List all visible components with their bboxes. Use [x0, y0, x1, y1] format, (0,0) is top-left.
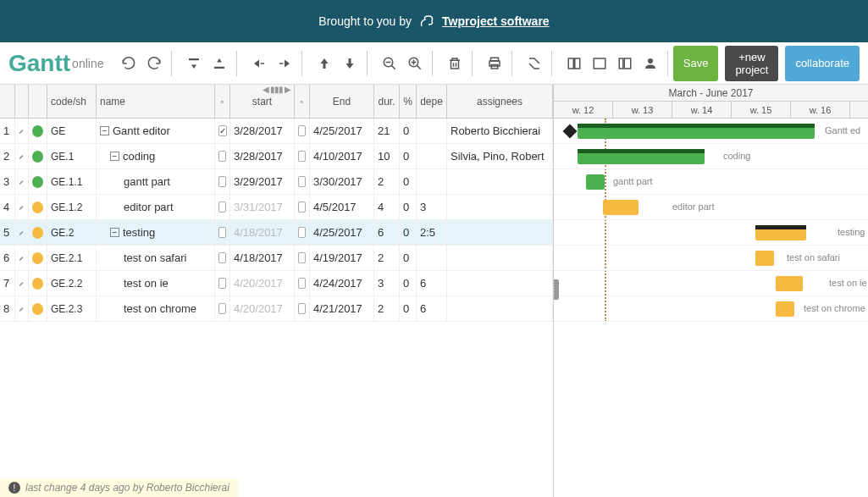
status-cell[interactable]	[29, 220, 47, 245]
name-cell[interactable]: −coding	[97, 144, 215, 168]
name-cell[interactable]: editor part	[97, 195, 215, 219]
gantt-bar[interactable]	[603, 200, 639, 215]
end-cell[interactable]: 4/25/2017	[310, 119, 374, 143]
undo-button[interactable]	[120, 55, 137, 72]
dur-cell[interactable]: 10	[374, 144, 400, 168]
end-cell[interactable]: 4/19/2017	[310, 246, 374, 270]
start-cell[interactable]: 3/28/2017	[230, 144, 295, 168]
start-milestone-checkbox[interactable]	[215, 220, 230, 245]
assign-cell[interactable]	[447, 296, 553, 321]
start-milestone-checkbox[interactable]	[215, 119, 230, 143]
status-cell[interactable]	[29, 296, 47, 321]
col-end[interactable]: End	[310, 85, 374, 118]
grid-pager[interactable]: ◀ ▮▮▮ ▶	[263, 85, 290, 94]
end-cell[interactable]: 3/30/2017	[310, 169, 374, 194]
table-row[interactable]: 6GE.2.1test on safari4/18/20174/19/20172…	[0, 246, 553, 271]
pct-cell[interactable]: 0	[400, 144, 417, 168]
gantt-row[interactable]: editor part	[554, 195, 868, 220]
start-cell[interactable]: 3/29/2017	[230, 169, 295, 194]
name-cell[interactable]: −testing	[97, 220, 215, 245]
end-milestone-checkbox[interactable]	[295, 271, 310, 295]
dur-cell[interactable]: 2	[374, 246, 400, 270]
table-row[interactable]: 3GE.1.1gantt part3/29/20173/30/201720	[0, 169, 553, 195]
milestone-icon[interactable]	[563, 124, 578, 139]
start-cell[interactable]: 4/20/2017	[230, 296, 295, 321]
end-milestone-checkbox[interactable]	[295, 169, 310, 194]
col-start-milestone[interactable]: ◦	[215, 85, 230, 118]
gantt-row[interactable]: test on ie	[554, 271, 868, 296]
pct-cell[interactable]: 0	[400, 195, 417, 219]
start-milestone-checkbox[interactable]	[215, 296, 230, 321]
gantt-bar[interactable]	[755, 225, 806, 240]
zoom-out-button[interactable]	[381, 55, 398, 72]
table-row[interactable]: 8GE.2.3test on chrome4/20/20174/21/20172…	[0, 296, 553, 322]
assign-cell[interactable]	[447, 271, 553, 295]
critical-path-button[interactable]	[526, 55, 543, 72]
status-cell[interactable]	[29, 195, 47, 219]
dep-cell[interactable]: 6	[417, 271, 447, 295]
gantt-bar[interactable]	[578, 124, 815, 139]
toggle-icon[interactable]: −	[100, 126, 109, 135]
gantt-bar[interactable]	[776, 301, 794, 317]
name-cell[interactable]: test on ie	[97, 271, 215, 295]
assign-cell[interactable]: Silvia, Pino, Robert	[447, 144, 553, 168]
layout-3-button[interactable]	[616, 55, 633, 72]
start-cell[interactable]: 4/18/2017	[230, 246, 295, 270]
col-dep[interactable]: depe	[417, 85, 447, 118]
insert-above-button[interactable]	[185, 55, 202, 72]
gantt-body[interactable]: Gantt edcodinggantt parteditor parttesti…	[554, 119, 868, 322]
gantt-row[interactable]: test on safari	[554, 246, 868, 271]
code-cell[interactable]: GE.2	[47, 220, 97, 245]
end-cell[interactable]: 4/5/2017	[310, 195, 374, 219]
start-cell[interactable]: 4/18/2017	[230, 220, 295, 245]
banner-link[interactable]: Twproject software	[442, 14, 550, 28]
gantt-week[interactable]: w. 15	[732, 102, 791, 119]
toggle-icon[interactable]: −	[110, 228, 119, 237]
edit-row-button[interactable]	[15, 195, 29, 219]
code-cell[interactable]: GE.2.2	[47, 271, 97, 295]
status-cell[interactable]	[29, 169, 47, 194]
insert-below-button[interactable]	[211, 55, 228, 72]
redo-button[interactable]	[146, 55, 163, 72]
pct-cell[interactable]: 0	[400, 271, 417, 295]
edit-row-button[interactable]	[15, 296, 29, 321]
end-milestone-checkbox[interactable]	[295, 144, 310, 168]
gantt-row[interactable]: gantt part	[554, 169, 868, 195]
name-cell[interactable]: −Gantt editor	[97, 119, 215, 143]
name-cell[interactable]: test on safari	[97, 246, 215, 270]
print-button[interactable]	[486, 55, 503, 72]
gantt-week[interactable]: w. 12	[554, 102, 613, 119]
status-cell[interactable]	[29, 144, 47, 168]
dur-cell[interactable]: 21	[374, 119, 400, 143]
table-row[interactable]: 4GE.1.2editor part3/31/20174/5/2017403	[0, 195, 553, 220]
pct-cell[interactable]: 0	[400, 246, 417, 270]
name-cell[interactable]: test on chrome	[97, 296, 215, 321]
dur-cell[interactable]: 2	[374, 169, 400, 194]
delete-button[interactable]	[446, 55, 463, 72]
col-end-milestone[interactable]: ◦	[295, 85, 310, 118]
dur-cell[interactable]: 6	[374, 220, 400, 245]
dep-cell[interactable]: 6	[417, 296, 447, 321]
layout-2-button[interactable]	[591, 55, 608, 72]
end-cell[interactable]: 4/10/2017	[310, 144, 374, 168]
assign-cell[interactable]	[447, 169, 553, 194]
table-row[interactable]: 1GE−Gantt editor3/28/20174/25/2017210Rob…	[0, 119, 553, 144]
gantt-bar[interactable]	[755, 251, 774, 266]
toggle-icon[interactable]: −	[110, 152, 119, 161]
gantt-row[interactable]: coding	[554, 144, 868, 169]
start-milestone-checkbox[interactable]	[215, 271, 230, 295]
gantt-bar[interactable]	[586, 174, 605, 190]
end-cell[interactable]: 4/21/2017	[310, 296, 374, 321]
collaborate-button[interactable]: collaborate	[785, 46, 860, 81]
end-cell[interactable]: 4/25/2017	[310, 220, 374, 245]
move-up-button[interactable]	[316, 55, 333, 72]
code-cell[interactable]: GE.1	[47, 144, 97, 168]
code-cell[interactable]: GE.1.1	[47, 169, 97, 194]
gantt-row[interactable]: test on chrome	[554, 296, 868, 322]
pct-cell[interactable]: 0	[400, 220, 417, 245]
dep-cell[interactable]	[417, 119, 447, 143]
layout-1-button[interactable]	[566, 55, 583, 72]
start-cell[interactable]: 4/20/2017	[230, 271, 295, 295]
assign-cell[interactable]	[447, 220, 553, 245]
code-cell[interactable]: GE.2.1	[47, 246, 97, 270]
